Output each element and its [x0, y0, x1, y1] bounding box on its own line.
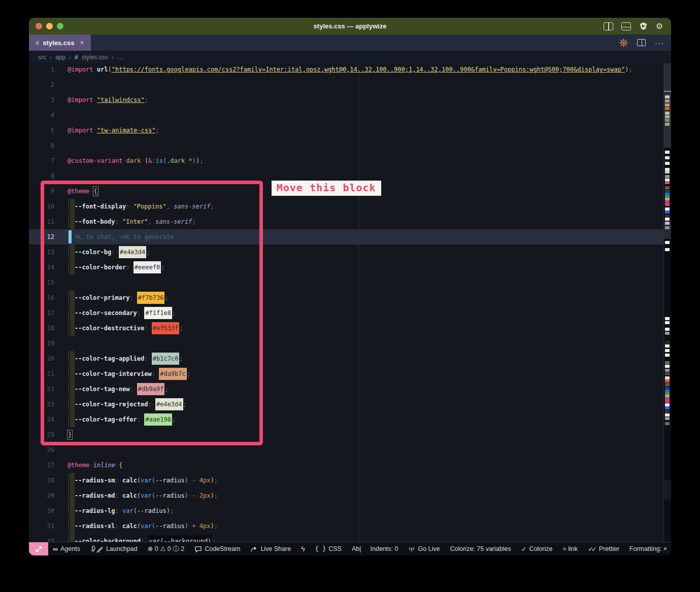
- status-bar: ∞AgentsLaunchpad⊗ 0 ⚠ 0 ⓘ 2CodeStreamLiv…: [29, 542, 671, 555]
- minimap[interactable]: [663, 63, 671, 542]
- code-token: --color-border: [75, 264, 126, 271]
- breadcrumb-item-app[interactable]: app: [55, 54, 65, 61]
- code-token: ;: [172, 309, 176, 317]
- code-token: --color-destructive: [75, 325, 144, 332]
- css-file-icon: #: [75, 54, 78, 61]
- gear-icon[interactable]: ⚙: [656, 22, 663, 30]
- status-link[interactable]: = link: [558, 545, 582, 552]
- code-token: ): [185, 477, 188, 484]
- breadcrumb-item-tail[interactable]: …: [117, 54, 123, 61]
- toggle-panel-icon[interactable]: [621, 22, 631, 30]
- status-launchpad[interactable]: Launchpad: [86, 545, 142, 552]
- code-line-20[interactable]: 20--color-tag-applied:·#b1c7c0;: [29, 351, 664, 366]
- minimap-chip: [665, 203, 670, 206]
- code-line-26[interactable]: 26: [29, 442, 664, 458]
- code-line-16[interactable]: 16--color-primary:·#f7b736;: [29, 290, 664, 305]
- status-diagnostics[interactable]: ⊗ 0 ⚠ 0 ⓘ 2: [143, 545, 189, 553]
- breadcrumb-item-file[interactable]: styles.css: [82, 54, 108, 61]
- code-line-28[interactable]: 28--radius-sm:·calc(var(--radius)·-·4px)…: [29, 473, 664, 488]
- tab-styles-css[interactable]: # styles.css ×: [29, 34, 91, 51]
- status-formatting[interactable]: Formatting: ×: [625, 545, 671, 552]
- code-line-24[interactable]: 24--color-tag-offer:·#aae198;: [29, 412, 664, 427]
- code-line-13[interactable]: 13--color-bg:·#e4e3d4;: [29, 245, 664, 260]
- status-colorize[interactable]: ✓Colorize: [517, 545, 557, 553]
- remote-indicator[interactable]: [29, 542, 48, 555]
- code-token: :: [115, 218, 118, 225]
- status-spell-check[interactable]: Ab|: [347, 545, 366, 552]
- status-go-live[interactable]: Go Live: [404, 545, 444, 552]
- indent-guide: [68, 351, 75, 366]
- line-number: 20: [29, 351, 54, 366]
- code-line-2[interactable]: 2: [29, 77, 664, 92]
- code-line-14[interactable]: 14--color-border:·#eeeef0;: [29, 260, 664, 275]
- more-actions-icon[interactable]: ···: [655, 39, 664, 47]
- desktop: styles.css — applywize ⚙ # styles.css ×: [0, 0, 700, 592]
- braces-icon: { }: [315, 545, 326, 552]
- code-token: .dark: [166, 157, 185, 164]
- code-line-12[interactable]: 12 ⌘L to chat, ⇧⌘K to generate: [29, 229, 664, 245]
- code-line-17[interactable]: 17--color-secondary:·#f1f1e8;: [29, 305, 664, 321]
- code-token: ·: [144, 538, 148, 542]
- code-token: ·: [122, 157, 126, 164]
- code-line-10[interactable]: 10--font-display:·"Poppins",·sans-serif;: [29, 199, 664, 214]
- code-token: ;: [164, 386, 168, 393]
- code-line-31[interactable]: 31--radius-xl:·calc(var(--radius)·+·4px)…: [29, 518, 664, 534]
- breadcrumb-item-src[interactable]: src: [38, 54, 46, 61]
- code-token: "Inter": [122, 218, 148, 225]
- code-editor[interactable]: 1@import·url("https://fonts.googleapis.c…: [29, 63, 671, 542]
- code-line-15[interactable]: 15: [29, 275, 664, 290]
- code-text: --color-tag-applied:·#b1c7c0;: [68, 351, 183, 366]
- code-token: ·: [89, 188, 93, 195]
- code-line-4[interactable]: 4: [29, 108, 664, 123]
- indent-guide: [68, 412, 75, 427]
- status-indents[interactable]: Indents: 0: [366, 545, 403, 552]
- status-colorize-variables[interactable]: Colorize: 75 variables: [446, 545, 516, 552]
- minimap-chip: [665, 241, 670, 244]
- codestream-icon: [194, 546, 202, 552]
- doublecheck-icon: ✓✓: [588, 545, 596, 553]
- code-line-7[interactable]: 7@custom-variant·dark·(&:is(.dark·*));: [29, 153, 664, 168]
- code-line-11[interactable]: 11--font-body:·"Inter",·sans-serif;: [29, 214, 664, 229]
- code-line-30[interactable]: 30--radius-lg:·var(--radius);: [29, 503, 664, 518]
- extension-cube-icon[interactable]: [639, 22, 648, 30]
- code-line-29[interactable]: 29--radius-md:·calc(var(--radius)·-·2px)…: [29, 488, 664, 503]
- code-line-18[interactable]: 18--color-destructive:·#ef533f;: [29, 321, 664, 336]
- code-line-1[interactable]: 1@import·url("https://fonts.googleapis.c…: [29, 63, 664, 77]
- code-line-5[interactable]: 5@import·"tw-animate-css";: [29, 123, 664, 138]
- code-line-3[interactable]: 3@import·"tailwindcss";: [29, 92, 664, 108]
- title-bar[interactable]: styles.css — applywize ⚙: [29, 18, 671, 34]
- toggle-sidebar-icon[interactable]: [604, 22, 613, 30]
- code-line-32[interactable]: 32--color-background:·var(--background);: [29, 534, 664, 542]
- code-token: @theme: [68, 188, 89, 195]
- status-agents[interactable]: ∞Agents: [48, 545, 85, 553]
- code-line-21[interactable]: 21--color-tag-interview:·#da9b7c;: [29, 366, 664, 381]
- code-token: ⌘L to chat, ⇧⌘K to generate: [75, 233, 174, 240]
- status-prettier[interactable]: ✓✓Prettier: [583, 545, 624, 553]
- status-live-share[interactable]: Live Share: [246, 545, 295, 552]
- color-swatch: #f1f1e8: [144, 307, 172, 319]
- code-line-6[interactable]: 6: [29, 138, 664, 153]
- close-tab-icon[interactable]: ×: [80, 39, 84, 47]
- color-swatch: #aae198: [144, 413, 172, 426]
- code-line-22[interactable]: 22--color-tag-new:·#db9a9f;: [29, 381, 664, 397]
- minimap-chip: [665, 372, 670, 375]
- code-token: ;: [183, 401, 187, 408]
- code-token: ;: [212, 538, 216, 542]
- code-line-19[interactable]: 19: [29, 336, 664, 351]
- code-token: (: [152, 477, 155, 484]
- code-line-25[interactable]: 25}: [29, 427, 664, 442]
- code-token: :: [152, 370, 155, 377]
- status-codestream[interactable]: CodeStream: [190, 545, 245, 552]
- code-line-27[interactable]: 27@theme·inline·{: [29, 458, 664, 473]
- code-token: ;: [210, 203, 214, 210]
- line-number: 7: [29, 153, 54, 168]
- ai-starburst-icon[interactable]: [619, 39, 628, 47]
- status-label: Prettier: [599, 545, 619, 552]
- split-editor-icon[interactable]: [637, 39, 646, 46]
- status-lightning[interactable]: ϟ: [296, 545, 309, 553]
- minimap-chip: [665, 365, 670, 368]
- code-line-23[interactable]: 23--color-tag-rejected:·#e4e3d4;: [29, 397, 664, 412]
- status-label: Ab|: [352, 545, 361, 552]
- code-token: (: [145, 157, 148, 164]
- status-language-mode[interactable]: { }CSS: [311, 545, 346, 552]
